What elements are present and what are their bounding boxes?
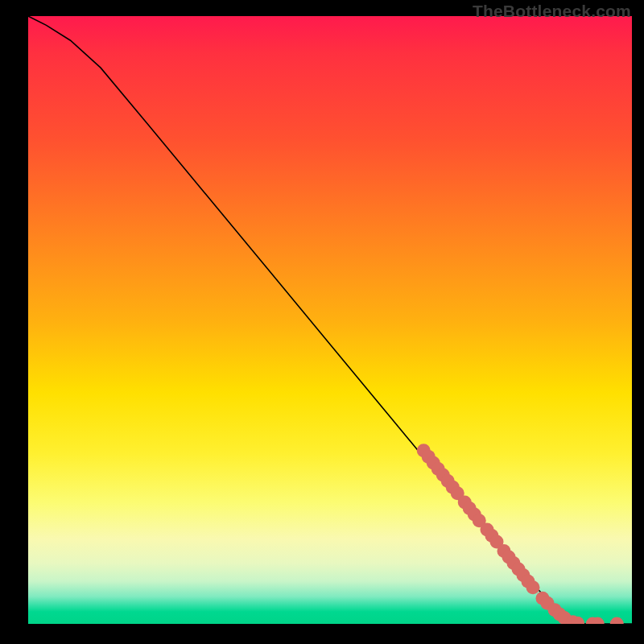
watermark-text: TheBottleneck.com (473, 2, 631, 21)
plot-area (28, 16, 632, 624)
bottleneck-curve (28, 16, 632, 624)
chart-frame: TheBottleneck.com (0, 0, 644, 644)
chart-overlay (28, 16, 632, 624)
data-markers (417, 444, 624, 624)
data-marker (610, 617, 624, 625)
data-marker (526, 580, 540, 594)
